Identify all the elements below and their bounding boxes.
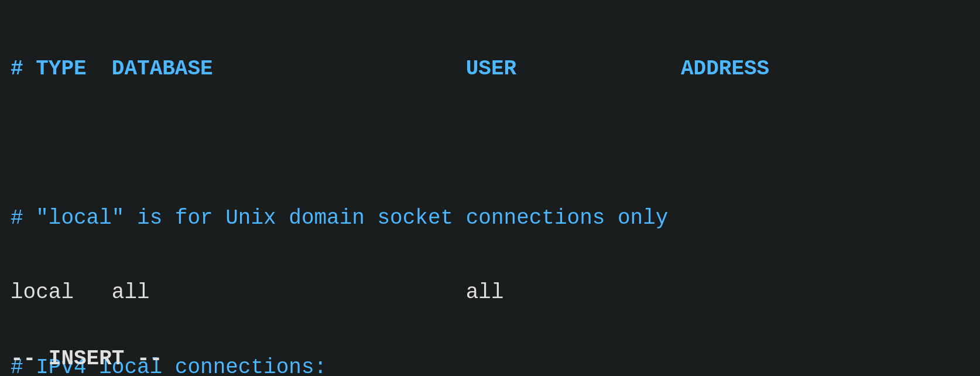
line-local-all: local all all trust: [11, 281, 969, 305]
insert-mode-label: -- INSERT --: [11, 347, 162, 371]
header-line: # TYPE DATABASE USER ADDRESS METHOD: [11, 57, 969, 81]
editor-content: # TYPE DATABASE USER ADDRESS METHOD # "l…: [11, 7, 969, 376]
comment-local: # "local" is for Unix domain socket conn…: [11, 206, 969, 231]
blank-line-1: [11, 131, 969, 156]
status-bar: -- INSERT --: [0, 342, 980, 376]
